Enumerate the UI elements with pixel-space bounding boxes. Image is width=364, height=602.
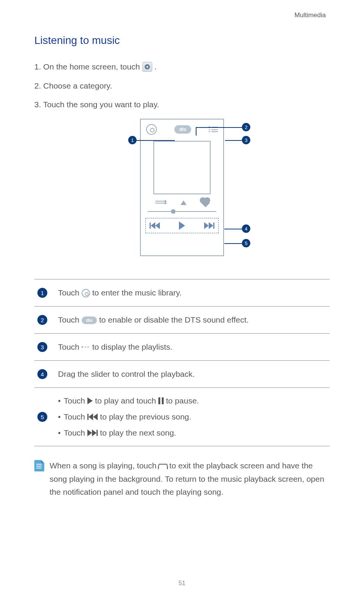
row-3-text-b: to display the playlists. (92, 342, 172, 351)
row-5-l2-a: Touch (64, 412, 85, 421)
row-2-text-b: to enable or disable the DTS sound effec… (99, 315, 249, 324)
callout-badge-4: 4 (242, 224, 250, 233)
header-section-label: Multimedia (34, 11, 330, 19)
home-icon (158, 464, 168, 469)
row-2-text-a: Touch (58, 315, 79, 324)
table-row: 1 Touch to enter the music library. (34, 279, 330, 307)
music-player-diagram: dts (34, 119, 330, 264)
playback-mode-icon (155, 201, 165, 205)
up-triangle-icon (180, 200, 187, 205)
callout-badge-2: 2 (242, 123, 250, 131)
favorite-heart-icon (201, 198, 210, 207)
dts-icon: dts (82, 316, 97, 324)
album-art-placeholder (153, 141, 211, 194)
step-1-text-a: 1. On the home screen, touch (34, 62, 140, 71)
callout-badge-1: 1 (128, 136, 137, 144)
row-5-l3-b: to play the next song. (100, 428, 176, 437)
callout-line-2v (196, 127, 196, 136)
table-row: 5 • Touch to play and touch to pause. • … (34, 388, 330, 446)
callout-badge-5: 5 (242, 239, 250, 247)
info-note: When a song is playing, touch to exit th… (34, 459, 330, 499)
step-1: 1. On the home screen, touch . (34, 62, 330, 72)
row-badge-1: 1 (37, 288, 47, 298)
section-title: Listening to music (34, 34, 330, 47)
play-icon (179, 221, 185, 230)
row-badge-3: 3 (37, 342, 47, 352)
table-row: 3 Touch to display the playlists. (34, 334, 330, 361)
callout-line-1 (137, 140, 175, 141)
row-1-text-a: Touch (58, 288, 79, 297)
note-page-icon (34, 460, 44, 471)
row-3-text-a: Touch (58, 342, 79, 351)
pause-icon (158, 397, 164, 404)
callout-badge-3: 3 (242, 136, 250, 144)
step-3: 3. Touch the song you want to play. (34, 100, 330, 109)
row-5-l1-b: to play and touch (95, 396, 156, 405)
step-1-text-b: . (155, 62, 157, 71)
row-badge-4: 4 (37, 369, 47, 379)
row-5-l2-b: to play the previous song. (100, 412, 191, 421)
row-5-l3-a: Touch (64, 428, 85, 437)
row-5-l1-a: Touch (64, 396, 85, 405)
table-row: 4 Drag the slider to control the playbac… (34, 361, 330, 388)
callout-line-2 (196, 127, 242, 128)
callout-description-table: 1 Touch to enter the music library. 2 To… (34, 279, 330, 446)
dts-icon: dts (174, 125, 191, 134)
table-row: 2 Touch dts to enable or disable the DTS… (34, 307, 330, 334)
library-disc-icon (82, 289, 90, 297)
library-disc-icon (146, 124, 157, 135)
row-badge-2: 2 (37, 315, 47, 325)
row-badge-5: 5 (37, 412, 47, 422)
row-4-text: Drag the slider to control the playback. (58, 370, 327, 379)
music-app-icon (142, 62, 152, 72)
callout-line-4 (224, 229, 243, 229)
row-5-line-1: • Touch to play and touch to pause. (58, 396, 327, 405)
row-5-line-2: • Touch to play the previous song. (58, 412, 327, 421)
note-text-a: When a song is playing, touch (50, 461, 156, 470)
phone-frame: dts (140, 119, 224, 256)
callout-line-5 (224, 243, 243, 244)
playback-controls-group (145, 218, 219, 233)
row-5-line-3: • Touch to play the next song. (58, 428, 327, 437)
previous-track-icon (150, 222, 160, 229)
page-number: 51 (0, 580, 364, 587)
next-track-icon (204, 222, 214, 229)
row-5-l1-c: to pause. (166, 396, 199, 405)
next-track-icon (87, 429, 98, 436)
playlist-icon (82, 346, 90, 349)
step-2: 2. Choose a category. (34, 81, 330, 90)
callout-line-3 (225, 140, 243, 141)
play-icon (87, 397, 93, 404)
progress-slider (141, 211, 223, 212)
previous-track-icon (87, 413, 98, 420)
row-1-text-b: to enter the music library. (92, 288, 182, 297)
